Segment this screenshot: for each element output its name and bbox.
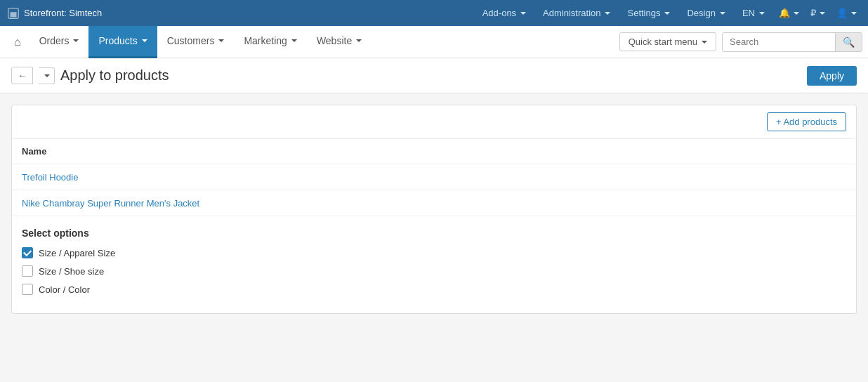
table-name-header: Name [12,139,856,164]
products-caret [142,39,147,42]
bell-icon: 🔔 [779,8,790,18]
addons-menu[interactable]: Add-ons [475,5,533,21]
option-checkbox-apparel-size[interactable] [22,247,33,258]
select-options-title: Select options [22,228,846,239]
nav-website[interactable]: Website [307,26,371,58]
language-caret [759,12,765,15]
user-icon: 👤 [836,8,848,18]
addons-caret [520,12,526,15]
user-btn[interactable]: 👤 [832,6,861,20]
search-button[interactable]: 🔍 [835,33,862,51]
search-input[interactable] [723,33,835,51]
search-icon: 🔍 [843,37,855,48]
design-caret [720,12,725,15]
secondary-nav: ⌂ Orders Products Customers Marketing We… [0,26,868,58]
orders-caret [73,39,79,42]
back-arrow-icon: ← [18,70,27,81]
option-label-apparel-size: Size / Apparel Size [39,248,115,258]
home-icon: ⌂ [14,36,21,48]
table-row: Nike Chambray Super Runner Men's Jacket [12,190,856,216]
notifications-caret [794,12,799,15]
nav-dropdown-button[interactable] [39,67,55,84]
nav-dropdown-caret [44,74,50,77]
search-box: 🔍 [722,32,862,52]
notifications-btn[interactable]: 🔔 [775,6,803,20]
option-checkbox-color[interactable] [22,284,33,295]
administration-caret [605,12,610,15]
add-products-button[interactable]: + Add products [767,112,846,131]
nav-products[interactable]: Products [88,26,157,58]
option-label-shoe-size: Size / Shoe size [39,266,104,277]
select-options-section: Select options Size / Apparel Size Size … [12,216,856,313]
language-menu[interactable]: EN [735,5,772,21]
home-button[interactable]: ⌂ [6,30,29,54]
page-title: Apply to products [60,67,801,84]
product-link-trefoil[interactable]: Trefoil Hoodie [22,172,78,183]
back-button[interactable]: ← [11,67,33,84]
svg-rect-1 [11,12,17,17]
administration-menu[interactable]: Administration [536,5,617,21]
card-toolbar: + Add products [12,105,856,139]
nav-right: Quick start menu 🔍 [619,32,862,52]
design-menu[interactable]: Design [680,5,732,21]
nav-customers[interactable]: Customers [157,26,235,58]
nav-marketing[interactable]: Marketing [234,26,306,58]
top-bar: Storefront: Simtech Add-ons Administrati… [0,0,868,26]
top-nav: Add-ons Administration Settings Design E… [475,5,861,21]
quick-start-caret [702,41,707,44]
option-item-shoe: Size / Shoe size [22,265,846,277]
settings-caret [664,12,670,15]
page-header: ← Apply to products Apply [0,58,868,93]
option-label-color: Color / Color [39,284,90,295]
storefront-icon [7,7,20,20]
currency-btn[interactable]: ₽ [806,6,829,20]
option-item-apparel: Size / Apparel Size [22,247,846,258]
currency-label: ₽ [810,8,816,18]
currency-caret [820,12,825,15]
marketing-caret [291,39,297,42]
main-content: + Add products Name Trefoil Hoodie Nike … [0,93,868,382]
apply-button[interactable]: Apply [807,66,857,86]
customers-caret [218,39,224,42]
user-caret [851,12,857,15]
products-card: + Add products Name Trefoil Hoodie Nike … [11,105,857,314]
brand: Storefront: Simtech [7,7,102,20]
brand-label: Storefront: Simtech [24,8,102,18]
product-link-nike[interactable]: Nike Chambray Super Runner Men's Jacket [22,198,199,209]
settings-menu[interactable]: Settings [620,5,677,21]
website-caret [356,39,362,42]
option-item-color: Color / Color [22,284,846,295]
table-row: Trefoil Hoodie [12,164,856,190]
option-checkbox-shoe-size[interactable] [22,265,33,277]
nav-orders[interactable]: Orders [29,26,89,58]
quick-start-button[interactable]: Quick start menu [619,32,716,51]
